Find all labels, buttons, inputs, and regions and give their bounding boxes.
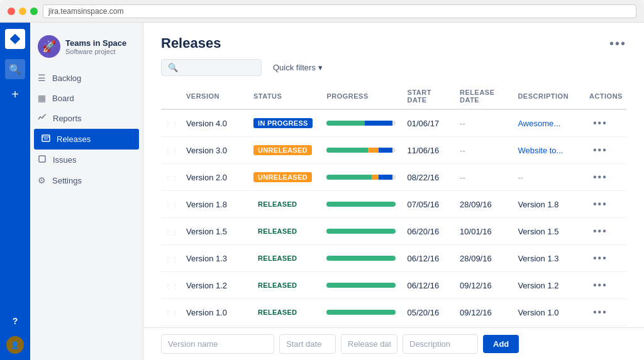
filter-chevron-icon: ▾ bbox=[318, 63, 323, 72]
maximize-traffic-light[interactable] bbox=[30, 8, 38, 15]
close-traffic-light[interactable] bbox=[8, 8, 15, 15]
reports-icon bbox=[38, 113, 47, 124]
start-date-cell: 06/12/16 bbox=[404, 272, 457, 299]
logo-icon[interactable] bbox=[5, 29, 25, 49]
row-actions-button[interactable]: ••• bbox=[589, 170, 611, 184]
progress-bar bbox=[326, 310, 396, 315]
project-avatar: 🚀 bbox=[38, 35, 60, 58]
table-row: ⋮⋮Version 3.0UNRELEASED11/06/16--Website… bbox=[161, 137, 626, 164]
drag-handle-icon[interactable]: ⋮⋮ bbox=[165, 121, 179, 128]
drag-handle-icon[interactable]: ⋮⋮ bbox=[165, 283, 179, 290]
row-actions-button[interactable]: ••• bbox=[589, 197, 611, 211]
drag-handle-icon[interactable]: ⋮⋮ bbox=[165, 310, 179, 317]
backlog-label: Backlog bbox=[52, 74, 81, 83]
progress-bar bbox=[326, 121, 396, 126]
version-name-input[interactable] bbox=[161, 334, 274, 354]
progress-bar bbox=[326, 202, 396, 207]
minimize-traffic-light[interactable] bbox=[19, 8, 26, 15]
drag-handle-icon[interactable]: ⋮⋮ bbox=[165, 256, 179, 263]
quick-filters-button[interactable]: Quick filters ▾ bbox=[268, 60, 328, 75]
drag-handle[interactable]: ⋮⋮ bbox=[161, 245, 182, 272]
start-date-cell: 06/20/16 bbox=[404, 218, 457, 245]
url-bar[interactable]: jira.teamsinspace.com bbox=[43, 4, 636, 18]
table-header-row: Version Status Progress Start date Relea… bbox=[161, 84, 626, 109]
row-actions-button[interactable]: ••• bbox=[589, 251, 611, 265]
drag-handle-icon[interactable]: ⋮⋮ bbox=[165, 175, 179, 182]
release-date-input[interactable] bbox=[341, 334, 397, 354]
progress-bar bbox=[326, 256, 396, 261]
status-badge: UNRELEASED bbox=[253, 145, 312, 155]
release-date-cell: -- bbox=[456, 164, 514, 191]
version-cell: Version 4.0 bbox=[182, 109, 250, 137]
search-icon: 🔍 bbox=[168, 63, 178, 72]
drag-handle[interactable]: ⋮⋮ bbox=[161, 218, 182, 245]
progress-cell bbox=[323, 109, 403, 137]
rail-create-icon[interactable]: + bbox=[5, 84, 25, 104]
drag-handle[interactable]: ⋮⋮ bbox=[161, 272, 182, 299]
description-cell: Website to... bbox=[514, 137, 586, 164]
icon-rail: 🔍 + ? 👤 bbox=[0, 23, 30, 360]
more-options-button[interactable]: ••• bbox=[609, 36, 626, 51]
drag-handle[interactable]: ⋮⋮ bbox=[161, 137, 182, 164]
drag-handle-icon[interactable]: ⋮⋮ bbox=[165, 229, 179, 236]
actions-cell: ••• bbox=[586, 299, 626, 326]
drag-handle-icon[interactable]: ⋮⋮ bbox=[165, 202, 179, 209]
drag-handle[interactable]: ⋮⋮ bbox=[161, 191, 182, 218]
version-cell: Version 1.5 bbox=[182, 218, 250, 245]
row-actions-button[interactable]: ••• bbox=[589, 278, 611, 292]
description-input[interactable] bbox=[402, 334, 478, 354]
status-cell: RELEASED bbox=[250, 272, 323, 299]
release-date-cell: -- bbox=[456, 137, 514, 164]
sidebar-item-backlog[interactable]: ☰ Backlog bbox=[30, 68, 143, 88]
row-actions-button[interactable]: ••• bbox=[589, 143, 611, 157]
drag-handle[interactable]: ⋮⋮ bbox=[161, 109, 182, 137]
start-date-input[interactable] bbox=[279, 334, 336, 354]
page-header: Releases ••• bbox=[143, 23, 644, 59]
releases-table: Version Status Progress Start date Relea… bbox=[161, 84, 626, 326]
sidebar-item-settings[interactable]: ⚙ Settings bbox=[30, 170, 143, 190]
row-actions-button[interactable]: ••• bbox=[589, 224, 611, 238]
progress-bar bbox=[326, 175, 396, 180]
drag-handle[interactable]: ⋮⋮ bbox=[161, 164, 182, 191]
board-label: Board bbox=[52, 94, 74, 103]
description-cell: Version 1.2 bbox=[514, 272, 586, 299]
description-cell: Version 1.8 bbox=[514, 191, 586, 218]
table-row: ⋮⋮Version 4.0IN PROGRESS01/06/17--Awesom… bbox=[161, 109, 626, 137]
sidebar-item-board[interactable]: ▦ Board bbox=[30, 88, 143, 108]
search-box[interactable]: 🔍 bbox=[161, 59, 262, 76]
drag-handle[interactable]: ⋮⋮ bbox=[161, 299, 182, 326]
description-cell: Version 1.5 bbox=[514, 218, 586, 245]
progress-segment-inprog bbox=[365, 121, 392, 126]
search-input[interactable] bbox=[182, 63, 245, 72]
progress-cell bbox=[323, 137, 403, 164]
progress-bar bbox=[326, 283, 396, 288]
svg-marker-0 bbox=[10, 34, 21, 45]
col-actions-header: Actions bbox=[586, 84, 626, 109]
add-button[interactable]: Add bbox=[483, 335, 519, 353]
description-cell: Version 1.3 bbox=[514, 245, 586, 272]
project-header: 🚀 Teams in Space Software project bbox=[30, 30, 143, 68]
sidebar-item-releases[interactable]: Releases bbox=[34, 129, 139, 150]
toolbar: 🔍 Quick filters ▾ bbox=[143, 59, 644, 84]
progress-cell bbox=[323, 272, 403, 299]
row-actions-button[interactable]: ••• bbox=[589, 116, 611, 130]
url-text: jira.teamsinspace.com bbox=[48, 7, 123, 16]
drag-handle-icon[interactable]: ⋮⋮ bbox=[165, 148, 179, 155]
progress-cell bbox=[323, 164, 403, 191]
progress-segment-done bbox=[326, 310, 396, 315]
row-actions-button[interactable]: ••• bbox=[589, 305, 611, 319]
status-badge: RELEASED bbox=[253, 253, 301, 263]
user-avatar[interactable]: 👤 bbox=[6, 336, 24, 354]
status-badge: UNRELEASED bbox=[253, 172, 312, 182]
progress-cell bbox=[323, 218, 403, 245]
status-cell: UNRELEASED bbox=[250, 164, 323, 191]
sidebar-item-issues[interactable]: Issues bbox=[30, 150, 143, 170]
add-version-row: Add bbox=[143, 327, 644, 360]
board-icon: ▦ bbox=[38, 93, 46, 103]
actions-cell: ••• bbox=[586, 245, 626, 272]
rail-help-icon[interactable]: ? bbox=[5, 311, 25, 331]
release-date-cell: 09/12/16 bbox=[456, 299, 514, 326]
rail-search-icon[interactable]: 🔍 bbox=[5, 59, 25, 79]
sidebar-item-reports[interactable]: Reports bbox=[30, 108, 143, 129]
progress-segment-done bbox=[326, 121, 365, 126]
